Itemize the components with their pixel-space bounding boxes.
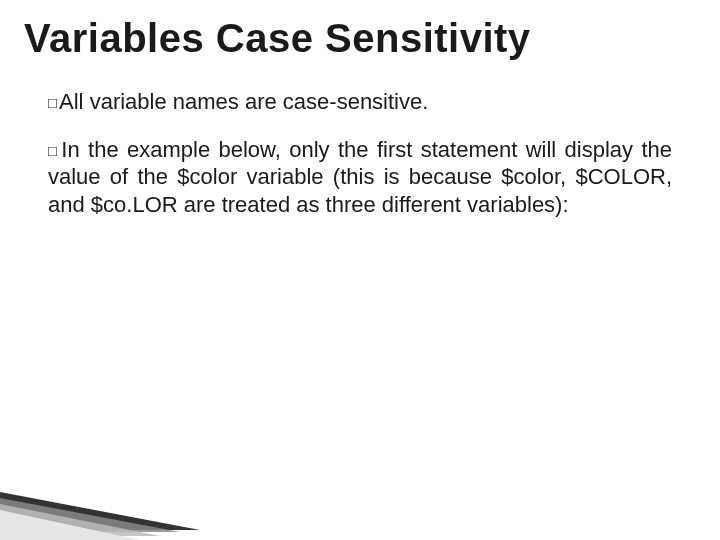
- corner-decoration: [0, 492, 260, 540]
- bullet-text: the example below, only the first statem…: [48, 137, 672, 217]
- bullet-marker-icon: □: [48, 142, 59, 159]
- svg-marker-1: [0, 498, 180, 532]
- svg-marker-3: [0, 510, 140, 540]
- slide-body: □All variable names are case-sensitive. …: [48, 88, 672, 238]
- bullet-lead: All: [59, 89, 83, 114]
- svg-marker-2: [0, 504, 160, 536]
- bullet-marker-icon: □: [48, 94, 57, 111]
- bullet-item: □In the example below, only the first st…: [48, 136, 672, 219]
- svg-marker-0: [0, 492, 200, 530]
- slide-title: Variables Case Sensitivity: [24, 16, 531, 61]
- bullet-lead: In: [61, 137, 79, 162]
- bullet-text: variable names are case-sensitive.: [90, 89, 429, 114]
- bullet-item: □All variable names are case-sensitive.: [48, 88, 672, 116]
- slide: Variables Case Sensitivity □All variable…: [0, 0, 720, 540]
